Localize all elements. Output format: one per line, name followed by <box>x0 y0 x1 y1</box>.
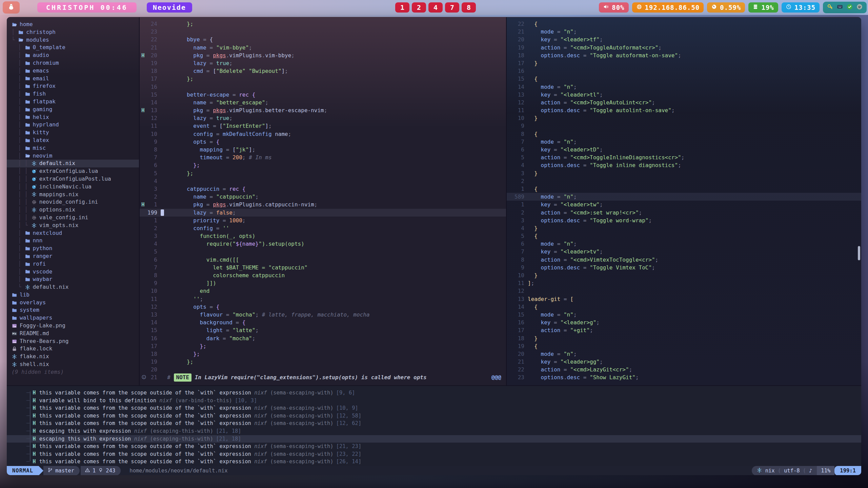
code-line[interactable]: 19 }; <box>140 358 506 366</box>
tree-item-options.nix[interactable]: │ │ options.nix <box>7 206 139 214</box>
code-line[interactable]: 19 lazy = true; <box>140 59 506 67</box>
tree-item-vale_config.ini[interactable]: │ │ vale_config.ini <box>7 214 139 222</box>
code-line[interactable]: 4 require("${name}").setup(opts) <box>140 240 506 248</box>
code-line[interactable]: 20 <box>140 366 506 373</box>
code-line[interactable]: 15 better-escape = rec { <box>140 91 506 99</box>
cpu-pill[interactable]: 0.59% <box>707 2 745 13</box>
code-line[interactable]: 13 key = "<leader>tl"; <box>507 91 861 99</box>
code-line[interactable]: 13 flavour = "mocha"; # latte, frappe, m… <box>140 311 506 319</box>
code-line[interactable]: H20 pkg = pkgs.vimPlugins.vim-bbye; <box>140 52 506 59</box>
workspace-button-1[interactable]: 1 <box>395 2 409 13</box>
quickfix-row[interactable]: ─Hthis variable comes from the scope out… <box>7 412 861 420</box>
code-line[interactable]: 4 <box>140 177 506 185</box>
quickfix-row[interactable]: ─Hescaping this with expression nixf (es… <box>7 435 861 443</box>
tree-item-waybar[interactable]: │ waybar <box>7 276 139 283</box>
tree-item-lib[interactable]: lib <box>7 291 139 299</box>
quickfix-row[interactable]: ─Hthis variable comes from the scope out… <box>7 404 861 412</box>
code-line[interactable]: 1 { <box>507 185 861 193</box>
code-line[interactable]: 10 } <box>507 271 861 279</box>
code-line[interactable]: 18 cmd = ["Bdelete" "Bwipeout"]; <box>140 67 506 75</box>
tree-item-ranger[interactable]: │ ranger <box>7 252 139 260</box>
tree-item-mappings.nix[interactable]: │ │ mappings.nix <box>7 191 139 199</box>
tree-item-rofi[interactable]: │ rofi <box>7 260 139 268</box>
clock-pill[interactable]: 13:35 <box>782 2 820 13</box>
tree-item-helix[interactable]: │ helix <box>7 114 139 121</box>
code-line[interactable]: 10 end <box>140 287 506 295</box>
tree-item-nnn[interactable]: │ nnn <box>7 237 139 245</box>
code-line[interactable]: 11]; <box>507 279 861 287</box>
code-line[interactable]: 19 { <box>507 342 861 350</box>
key-icon[interactable] <box>827 3 833 12</box>
code-line[interactable]: 18 }; <box>140 350 506 358</box>
code-line[interactable]: 3 options.desc = "Toggle word-wrap"; <box>507 217 861 224</box>
tree-item-Foggy-Lake.png[interactable]: Foggy-Lake.png <box>7 322 139 330</box>
code-line[interactable]: 19 action = "<cmd>ToggleAutoformat<cr>"; <box>507 44 861 52</box>
code-line[interactable]: 9 <box>507 122 861 130</box>
tree-item-home[interactable]: home <box>7 21 139 28</box>
code-line[interactable]: 1 key = "<leader>tw"; <box>507 201 861 208</box>
workspace-button-4[interactable]: 4 <box>428 2 443 13</box>
code-line[interactable]: 14 background = { <box>140 319 506 326</box>
tree-item-vscode[interactable]: │ vscode <box>7 268 139 276</box>
code-line[interactable]: 6 key = "<leader>tD"; <box>507 146 861 154</box>
code-line[interactable]: 20 mode = "n"; <box>507 350 861 358</box>
tree-item-vim_opts.nix[interactable]: │ └ vim_opts.nix <box>7 222 139 229</box>
code-line[interactable]: 2 action = "<cmd>:set wrap!<cr>"; <box>507 209 861 217</box>
code-line[interactable]: 24 }; <box>140 20 506 28</box>
tree-item-system[interactable]: system <box>7 306 139 314</box>
tree-item-flake.nix[interactable]: flake.nix <box>7 353 139 361</box>
code-line[interactable]: 11 event = ["InsertEnter"]; <box>140 122 506 130</box>
code-line[interactable]: 9 opts = { <box>140 138 506 146</box>
tree-item-wallpapers[interactable]: wallpapers <box>7 314 139 322</box>
code-line[interactable]: 3 catppuccin = rec { <box>140 185 506 193</box>
code-line[interactable]: 22 { <box>507 20 861 28</box>
git-branch-segment[interactable]: master <box>43 466 80 475</box>
code-line[interactable]: 21 # NOTE In LazyVim require("clang_exte… <box>140 373 506 381</box>
code-line[interactable]: 5 }; <box>140 169 506 177</box>
tree-item-fish[interactable]: │ fish <box>7 90 139 98</box>
code-line[interactable]: H1 pkg = pkgs.vimPlugins.catppuccin-nvim… <box>140 201 506 208</box>
code-line[interactable]: 8 colorscheme catppuccin <box>140 271 506 279</box>
code-line[interactable]: 21 name = "vim-bbye"; <box>140 44 506 52</box>
launcher-button[interactable] <box>3 1 20 14</box>
code-line[interactable]: 16 key = "<leader>g"; <box>507 319 861 326</box>
code-line[interactable]: 16 dark = "mocha"; <box>140 334 506 342</box>
code-line[interactable]: 3 } <box>507 169 861 177</box>
code-line[interactable]: 15 { <box>507 75 861 83</box>
tree-item-neovide_config.ini[interactable]: │ │ neovide_config.ini <box>7 198 139 206</box>
code-line[interactable]: 17 }; <box>140 75 506 83</box>
code-line[interactable]: 15 light = "latte"; <box>140 326 506 334</box>
code-line[interactable]: 20 key = "<leader>tf"; <box>507 36 861 43</box>
active-app-pill[interactable]: Neovide <box>147 2 192 13</box>
code-line[interactable]: 4 options.desc = "Toggle inline diagnost… <box>507 161 861 169</box>
code-line[interactable]: 22 action = "<cmd>LazyGit<cr>"; <box>507 366 861 373</box>
tree-item-python[interactable]: │ python <box>7 245 139 252</box>
code-line[interactable]: 7 key = "<leader>tv"; <box>507 248 861 256</box>
tree-item-chromium[interactable]: │ chromium <box>7 59 139 67</box>
tree-item-emacs[interactable]: │ emacs <box>7 67 139 75</box>
quickfix-row[interactable]: ─Hescaping this with expression nixf (es… <box>7 427 861 435</box>
tree-item-flatpak[interactable]: │ flatpak <box>7 98 139 106</box>
code-line[interactable]: 2 <box>507 177 861 185</box>
code-line[interactable]: 7 let $BAT_THEME = "catppuccin" <box>140 264 506 271</box>
tree-item-firefox[interactable]: │ firefox <box>7 82 139 90</box>
code-line[interactable]: 17 action = "+git"; <box>507 326 861 334</box>
tree-item-README.md[interactable]: README.md <box>7 330 139 338</box>
code-line[interactable]: 12 opts = { <box>140 303 506 311</box>
code-line[interactable]: 13leader-git = [ <box>507 295 861 303</box>
scrollbar-thumb[interactable] <box>858 246 860 260</box>
quickfix-row[interactable]: ─Hthis variable comes from the scope out… <box>7 458 861 466</box>
code-line[interactable]: 4 } <box>507 224 861 232</box>
code-line[interactable]: 10 config = mkDefaultConfig name; <box>140 130 506 138</box>
code-line[interactable]: 2 name = "catppuccin"; <box>140 193 506 201</box>
tree-item-overlays[interactable]: overlays <box>7 299 139 307</box>
code-line[interactable]: 7 timeout = 200; # In ms <box>140 154 506 161</box>
code-line[interactable]: 6 vim.cmd([[ <box>140 256 506 264</box>
code-line[interactable]: 15 mode = "n"; <box>507 311 861 319</box>
code-line[interactable]: 18 } <box>507 334 861 342</box>
code-line[interactable]: 18 options.desc = "Toggle autoformat-on-… <box>507 52 861 59</box>
diagnostics-segment[interactable]: 1 243 <box>81 466 121 475</box>
tree-item-hyprland[interactable]: │ hyprland <box>7 121 139 129</box>
code-line[interactable]: 5 { <box>507 232 861 240</box>
code-line[interactable]: 1 priority = 1000; <box>140 217 506 224</box>
